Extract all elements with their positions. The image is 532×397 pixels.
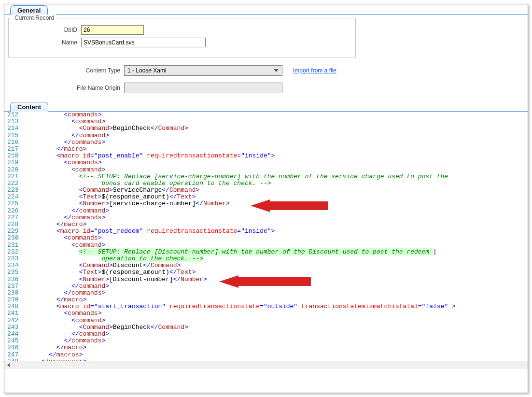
code-line[interactable]: <command> <box>26 242 455 249</box>
code-line[interactable]: </command> <box>26 132 455 139</box>
tab-content[interactable]: Content <box>10 102 48 112</box>
code-line[interactable]: <Command>ServiceCharge</Command> <box>26 187 455 194</box>
code-line[interactable]: <macro id="start_transaction" requiredtr… <box>26 303 455 310</box>
general-tab-strip: General <box>4 4 528 15</box>
code-editor[interactable]: 2122132142152162172182192202212222232242… <box>4 112 528 361</box>
code-line[interactable]: <macro id="post_enable" requiredtransact… <box>26 153 455 159</box>
code-line[interactable]: </command> <box>26 283 455 290</box>
code-line[interactable]: <Text>$(response_amount)</Text> <box>26 269 455 276</box>
code-line[interactable]: <command> <box>26 167 455 173</box>
content-type-combo[interactable]: 1 - Loose Xaml <box>124 65 282 76</box>
code-line[interactable]: </processor> <box>26 358 455 361</box>
tab-general[interactable]: General <box>10 5 48 15</box>
code-line[interactable]: <Number>[Discount-number]</Number> <box>26 276 455 283</box>
code-line[interactable]: <Number>[service-charge-number]</Number> <box>26 200 455 207</box>
scroll-left-icon[interactable] <box>4 361 13 369</box>
code-area: 2122132142152162172182192202212222232242… <box>4 111 528 369</box>
name-label: Name <box>14 39 81 46</box>
code-line[interactable]: <Command>BeginCheck</Command> <box>26 125 455 132</box>
code-line[interactable]: <Command>Discount</Command> <box>26 262 455 269</box>
code-line[interactable]: </macro> <box>26 297 455 303</box>
code-line[interactable]: </macro> <box>26 221 455 228</box>
dbid-label: DbID <box>14 27 81 33</box>
code-line[interactable]: </macro> <box>26 146 455 153</box>
current-record-fieldset: Current Record DbID Name <box>8 18 356 57</box>
file-name-origin-label: File Name Origin <box>8 85 124 91</box>
code-line[interactable]: </commands> <box>26 214 455 221</box>
code-line[interactable]: </macro> <box>26 344 455 351</box>
code-line[interactable]: <command> <box>26 118 455 125</box>
code-line[interactable]: </commands> <box>26 139 455 146</box>
horizontal-scrollbar[interactable] <box>4 361 528 369</box>
code-line[interactable]: <Command>BeginCheck</Command> <box>26 324 455 331</box>
content-type-value: 1 - Loose Xaml <box>127 67 167 74</box>
code-line[interactable]: </commands> <box>26 290 455 297</box>
fieldset-legend: Current Record <box>13 14 56 21</box>
code-line[interactable]: <macro id="post_redeem" requiredtransact… <box>26 228 455 235</box>
code-line[interactable]: <command> <box>26 317 455 324</box>
code-line[interactable]: bonus card enable operation to the check… <box>26 180 455 187</box>
code-line[interactable]: <!-- SETUP: Replace [service-charge-numb… <box>26 173 455 180</box>
name-input[interactable] <box>81 38 206 47</box>
chevron-down-icon <box>272 67 280 74</box>
code-line[interactable]: </commands> <box>26 338 455 344</box>
import-from-file-link[interactable]: Import from a file <box>293 67 336 74</box>
dbid-input[interactable] <box>81 25 144 35</box>
code-line[interactable]: <commands> <box>26 112 455 118</box>
code-lines[interactable]: <commands> <command> <Command>BeginCheck… <box>21 112 455 361</box>
content-tab-strip: Content <box>4 101 528 112</box>
code-line[interactable]: </macros> <box>26 352 455 358</box>
file-name-origin-box <box>124 83 282 93</box>
general-panel: Current Record DbID Name Content Type 1 … <box>4 15 528 101</box>
code-line[interactable]: <!-- SETUP: Replace [Discount-number] wi… <box>26 249 455 255</box>
code-line[interactable]: <commands> <box>26 159 455 166</box>
code-line[interactable]: <Text>$(response_amount)</Text> <box>26 194 455 200</box>
line-gutter: 2122132142152162172182192202212222232242… <box>4 112 21 361</box>
code-line[interactable]: <commands> <box>26 310 455 317</box>
code-line[interactable]: </command> <box>26 331 455 338</box>
code-line[interactable]: operation to the check. --> <box>26 255 455 262</box>
code-line[interactable]: <commands> <box>26 235 455 241</box>
content-type-label: Content Type <box>8 67 124 74</box>
code-line[interactable]: </command> <box>26 208 455 214</box>
